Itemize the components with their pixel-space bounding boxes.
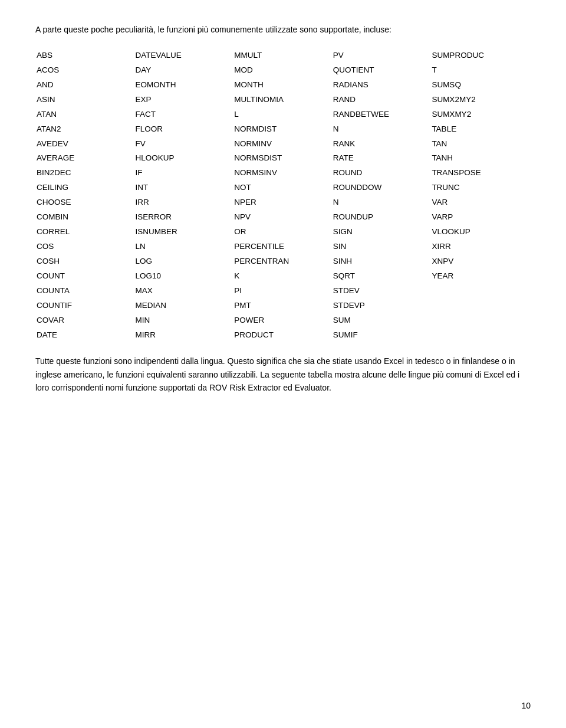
function-cell: MIRR [136,329,233,342]
function-cell: NORMDIST [234,123,332,136]
function-cell: VLOOKUP [432,225,529,239]
function-cell: ACOS [37,64,134,77]
function-cell: IF [136,166,233,180]
function-cell: TABLE [432,123,529,136]
function-cell: COVAR [37,314,134,327]
function-cell: ATAN [37,108,134,122]
function-cell: YEAR [432,270,529,283]
function-cell: K [234,270,332,283]
function-cell: SUMIF [333,329,431,342]
function-cell: PMT [234,299,332,313]
function-cell: N [333,196,431,209]
intro-paragraph: A parte queste poche peculiarità, le fun… [35,24,531,36]
function-cell: FLOOR [136,123,233,136]
function-cell [432,329,529,342]
function-cell: ASIN [37,93,134,107]
function-cell: ATAN2 [37,123,134,136]
function-cell: TAN [432,137,529,151]
function-cell: COUNTIF [37,299,134,313]
function-table: ABSDATEVALUEMMULTPVSUMPRODUCACOSDAYMODQU… [35,48,531,343]
function-cell: MULTINOMIA [234,93,332,107]
function-cell: NOT [234,181,332,195]
function-cell: N [333,123,431,136]
function-cell: RANDBETWEE [333,108,431,122]
function-cell: NPV [234,211,332,224]
function-cell: RAND [333,93,431,107]
function-cell: COMBIN [37,211,134,224]
function-cell: VARP [432,211,529,224]
function-cell [432,314,529,327]
function-cell: VAR [432,196,529,209]
function-cell: TANH [432,152,529,165]
function-cell: POWER [234,314,332,327]
function-cell: TRANSPOSE [432,166,529,180]
function-cell: FACT [136,108,233,122]
function-cell: NPER [234,196,332,209]
function-cell: CEILING [37,181,134,195]
function-cell: L [234,108,332,122]
function-cell: RATE [333,152,431,165]
function-cell: AVERAGE [37,152,134,165]
function-cell: LN [136,240,233,254]
function-cell: MOD [234,64,332,77]
function-cell: PERCENTRAN [234,255,332,268]
function-cell: BIN2DEC [37,166,134,180]
function-cell: SQRT [333,270,431,283]
function-cell: ISERROR [136,211,233,224]
function-cell: COS [37,240,134,254]
function-cell: QUOTIENT [333,64,431,77]
function-cell: PRODUCT [234,329,332,342]
outro-paragraph: Tutte queste funzioni sono indipendenti … [35,355,531,394]
function-cell: LOG10 [136,270,233,283]
function-cell: MMULT [234,49,332,63]
function-cell: COUNT [37,270,134,283]
function-cell: DATE [37,329,134,342]
function-cell: AND [37,78,134,92]
function-cell: NORMSDIST [234,152,332,165]
function-cell: SUMXMY2 [432,108,529,122]
function-cell: COSH [37,255,134,268]
page-number: 10 [521,701,531,710]
function-cell: DATEVALUE [136,49,233,63]
function-cell: ROUNDUP [333,211,431,224]
function-cell: SUM [333,314,431,327]
function-cell: CHOOSE [37,196,134,209]
function-cell: DAY [136,64,233,77]
function-cell: PERCENTILE [234,240,332,254]
function-cell: RADIANS [333,78,431,92]
function-cell: EXP [136,93,233,107]
function-cell: MIN [136,314,233,327]
function-cell: SUMSQ [432,78,529,92]
function-cell: SUMPRODUC [432,49,529,63]
function-cell: RANK [333,137,431,151]
function-cell: LOG [136,255,233,268]
function-cell: EOMONTH [136,78,233,92]
function-cell: STDEVP [333,299,431,313]
function-cell: MONTH [234,78,332,92]
function-cell: ABS [37,49,134,63]
function-cell [432,299,529,313]
function-cell: PI [234,284,332,298]
function-cell: ROUNDDOW [333,181,431,195]
function-cell: XNPV [432,255,529,268]
function-cell: SUMX2MY2 [432,93,529,107]
function-cell: OR [234,225,332,239]
function-cell: AVEDEV [37,137,134,151]
function-cell: PV [333,49,431,63]
function-cell: MEDIAN [136,299,233,313]
function-cell: MAX [136,284,233,298]
function-cell: SIGN [333,225,431,239]
function-cell: ROUND [333,166,431,180]
function-cell: CORREL [37,225,134,239]
function-cell: NORMINV [234,137,332,151]
function-cell: INT [136,181,233,195]
function-cell: FV [136,137,233,151]
function-cell: COUNTA [37,284,134,298]
function-cell: SINH [333,255,431,268]
function-cell: STDEV [333,284,431,298]
function-cell: XIRR [432,240,529,254]
function-cell: TRUNC [432,181,529,195]
function-cell: ISNUMBER [136,225,233,239]
function-cell: SIN [333,240,431,254]
function-cell: HLOOKUP [136,152,233,165]
